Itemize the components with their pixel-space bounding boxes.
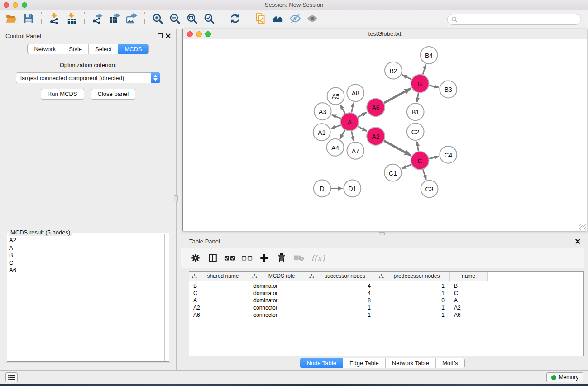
- table-cell[interactable]: 1: [306, 312, 376, 318]
- table-cell[interactable]: A6: [450, 312, 488, 318]
- graph-edge-C-C3[interactable]: [423, 170, 426, 180]
- network-zoom-button[interactable]: [205, 31, 211, 37]
- table-row[interactable]: A2connector11A2: [189, 304, 583, 311]
- graph-node-A2[interactable]: A2: [367, 127, 385, 145]
- table-cell[interactable]: 1: [376, 305, 450, 311]
- export-table-button[interactable]: [107, 12, 122, 27]
- zoom-in-button[interactable]: [150, 12, 165, 27]
- column-header-name[interactable]: name: [450, 272, 488, 281]
- table-cell[interactable]: 4: [306, 283, 376, 289]
- table-cell[interactable]: 1: [306, 305, 376, 311]
- delete-table-button[interactable]: [291, 250, 306, 266]
- table-cell[interactable]: A2: [189, 305, 249, 311]
- first-neighbors-button[interactable]: [271, 12, 285, 27]
- table-row[interactable]: Adominator80A: [189, 297, 583, 304]
- open-session-button[interactable]: [4, 12, 19, 27]
- graph-edge-A-A2[interactable]: [358, 126, 367, 131]
- network-close-button[interactable]: [187, 31, 193, 37]
- graph-node-D[interactable]: D: [314, 180, 331, 197]
- table-cell[interactable]: A: [450, 297, 488, 304]
- close-table-panel-icon[interactable]: [575, 239, 580, 244]
- table-cell[interactable]: B: [189, 283, 249, 289]
- task-history-button[interactable]: [5, 372, 18, 382]
- zoom-fit-button[interactable]: [185, 12, 199, 27]
- table-settings-button[interactable]: [188, 250, 203, 266]
- graph-edge-C-C1[interactable]: [402, 164, 411, 168]
- table-cell[interactable]: 0: [376, 297, 450, 304]
- graph-edge-B-B3[interactable]: [429, 86, 439, 87]
- import-network-button[interactable]: [47, 12, 62, 27]
- graph-node-A6[interactable]: A6: [367, 98, 385, 116]
- zoom-out-button[interactable]: [167, 12, 182, 27]
- graph-node-D1[interactable]: D1: [344, 180, 361, 197]
- save-session-button[interactable]: [21, 12, 36, 27]
- graph-node-C2[interactable]: C2: [407, 123, 424, 140]
- deselect-all-button[interactable]: [239, 250, 255, 266]
- graph-edge-A-A1[interactable]: [331, 125, 341, 129]
- hide-selected-button[interactable]: [288, 12, 302, 27]
- show-all-button[interactable]: [305, 12, 320, 27]
- table-cell[interactable]: dominator: [249, 297, 306, 304]
- graph-node-B2[interactable]: B2: [385, 62, 402, 79]
- network-window-titlebar[interactable]: testGlobe.txt: [183, 29, 587, 39]
- refresh-view-button[interactable]: [228, 12, 242, 27]
- export-image-button[interactable]: [124, 12, 139, 27]
- tab-mcds[interactable]: MCDS: [118, 44, 148, 54]
- tab-node-table[interactable]: Node Table: [300, 358, 343, 368]
- table-cell[interactable]: A: [189, 297, 249, 304]
- vertical-splitter-handle[interactable]: [174, 195, 178, 201]
- select-all-button[interactable]: [222, 250, 238, 266]
- graph-node-A3[interactable]: A3: [314, 103, 331, 120]
- table-row[interactable]: A6connector11A6: [189, 311, 583, 319]
- graph-node-A1[interactable]: A1: [313, 124, 330, 141]
- graph-edge-A-A5[interactable]: [340, 105, 345, 114]
- import-table-button[interactable]: [64, 12, 79, 27]
- tab-network-table[interactable]: Network Table: [386, 358, 436, 368]
- graph-node-A4[interactable]: A4: [327, 139, 344, 156]
- table-cell[interactable]: connector: [249, 312, 306, 318]
- graph-edge-A-A6[interactable]: [358, 112, 367, 117]
- table-cell[interactable]: 1: [376, 290, 450, 296]
- graph-edge-B-B1[interactable]: [417, 93, 418, 102]
- zoom-window-button[interactable]: [22, 2, 27, 8]
- scrollbar[interactable]: [164, 234, 165, 361]
- graph-edge-A2-C[interactable]: [384, 141, 411, 156]
- table-cell[interactable]: B: [450, 283, 488, 289]
- mcds-result-item[interactable]: B: [9, 252, 164, 259]
- tab-network[interactable]: Network: [28, 44, 62, 54]
- graph-node-C4[interactable]: C4: [440, 146, 457, 163]
- tab-edge-table[interactable]: Edge Table: [343, 358, 386, 368]
- table-cell[interactable]: 1: [376, 312, 450, 318]
- function-builder-button[interactable]: f(x): [311, 253, 325, 263]
- optimization-criterion-select[interactable]: largest connected component (directed): [16, 72, 160, 83]
- graph-node-B[interactable]: B: [411, 75, 429, 93]
- table-cell[interactable]: C: [450, 290, 488, 296]
- graph-edge-C-C2[interactable]: [417, 142, 418, 151]
- table-cell[interactable]: C: [189, 290, 249, 296]
- tab-motifs[interactable]: Motifs: [436, 358, 464, 368]
- run-mcds-button[interactable]: Run MCDS: [41, 89, 84, 100]
- mcds-result-item[interactable]: A: [9, 244, 164, 252]
- network-canvas[interactable]: B4B2BB3A8A5A6A3B1AA1C2A2A4A7C4CC1C3DD1: [183, 40, 586, 230]
- network-minimize-button[interactable]: [196, 31, 202, 37]
- new-network-from-selection-button[interactable]: [253, 12, 268, 27]
- graph-node-A8[interactable]: A8: [347, 85, 364, 102]
- column-header-predecessor-nodes[interactable]: predecessor nodes: [376, 272, 450, 281]
- delete-column-button[interactable]: [274, 250, 289, 266]
- table-cell[interactable]: 8: [306, 297, 376, 304]
- table-cell[interactable]: dominator: [249, 290, 306, 296]
- table-cell[interactable]: dominator: [249, 283, 306, 289]
- table-cell[interactable]: connector: [249, 305, 306, 311]
- table-row[interactable]: Cdominator41C: [189, 290, 583, 297]
- close-window-button[interactable]: [4, 2, 9, 8]
- graph-node-C[interactable]: C: [411, 152, 429, 170]
- float-panel-icon[interactable]: [158, 33, 163, 38]
- zoom-selected-button[interactable]: [202, 12, 216, 27]
- graph-node-B4[interactable]: B4: [421, 47, 438, 64]
- column-visibility-button[interactable]: [205, 250, 220, 266]
- graph-edge-C-C4[interactable]: [429, 157, 439, 158]
- graph-node-C3[interactable]: C3: [421, 181, 438, 198]
- table-cell[interactable]: 1: [376, 283, 450, 289]
- horizontal-splitter[interactable]: [177, 234, 588, 234]
- graph-edge-A-A4[interactable]: [340, 130, 345, 138]
